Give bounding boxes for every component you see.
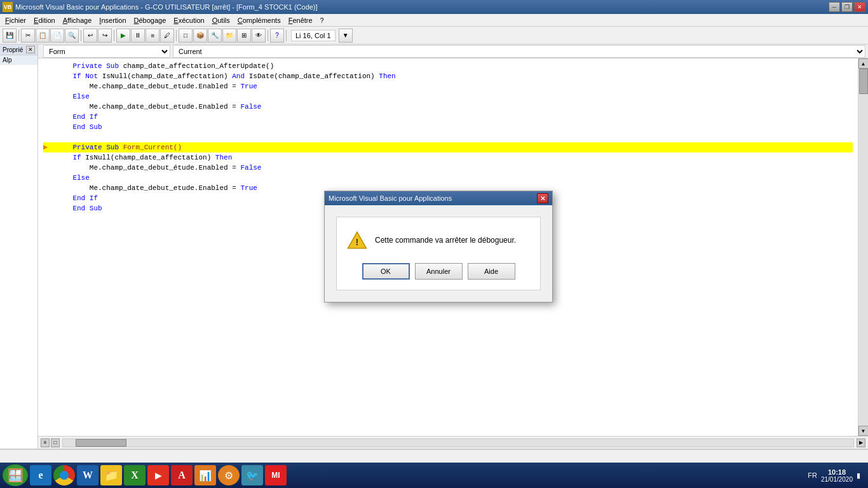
modal-buttons: OK Annuler Aide <box>347 263 530 280</box>
modal-titlebar: Microsoft Visual Basic pour Applications… <box>325 191 552 205</box>
modal-message-text: Cette commande va arrêter le débogueur. <box>375 236 516 245</box>
ok-button[interactable]: OK <box>362 263 410 280</box>
cancel-button[interactable]: Annuler <box>415 263 463 280</box>
modal-content: ! Cette commande va arrêter le débogueur… <box>325 205 552 302</box>
modal-message-area: ! Cette commande va arrêter le débogueur… <box>347 230 530 250</box>
modal-overlay: Microsoft Visual Basic pour Applications… <box>0 0 868 488</box>
modal-body: ! Cette commande va arrêter le débogueur… <box>336 217 541 290</box>
modal-close-button[interactable]: ✕ <box>537 193 548 203</box>
modal-title: Microsoft Visual Basic pour Applications <box>329 194 452 202</box>
help-button[interactable]: Aide <box>468 263 515 280</box>
modal-dialog: Microsoft Visual Basic pour Applications… <box>324 191 553 302</box>
warning-icon: ! <box>347 230 367 250</box>
svg-text:!: ! <box>356 237 359 247</box>
